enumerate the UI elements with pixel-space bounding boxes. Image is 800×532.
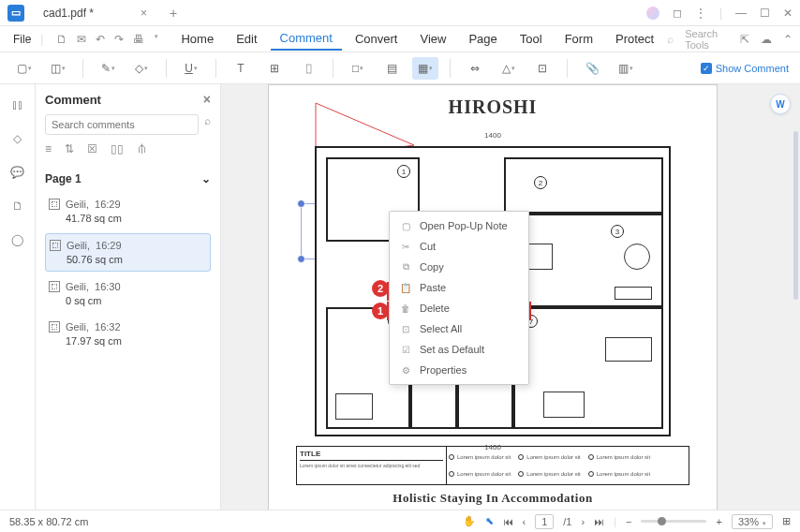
menu-protect[interactable]: Protect <box>606 28 663 50</box>
menu-form[interactable]: Form <box>556 28 602 50</box>
vertical-scrollbar[interactable] <box>793 131 798 300</box>
menu-convert[interactable]: Convert <box>346 28 407 50</box>
filter-icon[interactable]: ⫛ <box>137 142 148 155</box>
fit-page-icon[interactable]: ⊞ <box>782 515 791 527</box>
attachments-icon[interactable]: 🗋 <box>8 197 27 215</box>
window-controls: ◻ ⋮ | — ☐ ✕ <box>646 7 793 20</box>
search-panel-icon[interactable]: ◯ <box>8 230 27 249</box>
attach-tool[interactable]: 📎 <box>579 57 605 80</box>
ctx-cut[interactable]: ✂Cut <box>390 236 528 257</box>
rect-tool[interactable]: □▾ <box>345 57 371 80</box>
menu-view[interactable]: View <box>410 28 455 50</box>
ctx-open-popup[interactable]: ▢Open Pop-Up Note <box>390 215 528 236</box>
menu-file[interactable]: File <box>7 29 37 50</box>
list-icon[interactable]: ▯▯ <box>111 142 124 155</box>
save-icon[interactable]: 🗋 <box>56 33 67 46</box>
next-page-icon[interactable]: › <box>582 516 585 527</box>
panel-close-icon[interactable]: × <box>203 92 211 107</box>
cloud-icon[interactable]: ☁ <box>761 33 772 46</box>
panel-title: Comment <box>45 93 101 107</box>
close-window-icon[interactable]: ✕ <box>783 7 793 20</box>
ctx-select-all[interactable]: ⊡Select All <box>390 318 528 339</box>
ctx-set-default[interactable]: ☑Set as Default <box>390 339 528 360</box>
area-tool[interactable]: ▦▾ <box>412 57 438 80</box>
mail-icon[interactable]: ✉ <box>77 33 86 46</box>
comment-panel: Comment × ⌕ ≡ ⇅ ☒ ▯▯ ⫛ Page 1 ⌄ Geili,16… <box>36 84 221 510</box>
sort-icon[interactable]: ⇅ <box>65 142 74 155</box>
redo-icon[interactable]: ↷ <box>114 33 124 46</box>
ctx-properties[interactable]: ⚙Properties <box>390 360 528 380</box>
underline-tool[interactable]: U▾ <box>178 57 204 80</box>
zoom-in-icon[interactable]: + <box>716 516 721 527</box>
sidebar-rail: ⫿⫿ ◇ 💬 🗋 ◯ <box>0 84 36 510</box>
print-caret-icon[interactable]: ▾ <box>155 33 158 46</box>
callout-tool[interactable]: ⌷ <box>295 57 321 80</box>
more-tool[interactable]: ▥▾ <box>613 57 639 80</box>
pencil-tool[interactable]: ✎▾ <box>95 57 121 80</box>
comment-bubble-tool[interactable]: ▤ <box>378 57 405 80</box>
search-tools-placeholder[interactable]: Search Tools <box>685 28 729 51</box>
zoom-level[interactable]: 33% ▾ <box>732 514 773 529</box>
eraser-tool[interactable]: ◇▾ <box>128 57 155 80</box>
comments-icon[interactable]: 💬 <box>8 163 27 182</box>
text-tool[interactable]: T <box>228 57 254 80</box>
area-icon <box>49 281 60 292</box>
resize-handle[interactable] <box>297 200 305 208</box>
menu-tool[interactable]: Tool <box>511 28 552 50</box>
word-export-icon[interactable]: W <box>770 94 791 114</box>
scale-tool[interactable]: ⊡ <box>529 57 556 80</box>
perimeter-tool[interactable]: △▾ <box>496 57 522 80</box>
checklist-icon[interactable]: ☒ <box>87 142 97 155</box>
share-icon[interactable]: ⇱ <box>740 33 749 46</box>
document-tab[interactable]: cad1.pdf * × <box>34 7 156 20</box>
menu-page[interactable]: Page <box>459 28 506 50</box>
zoom-out-icon[interactable]: − <box>626 516 631 527</box>
ctx-copy[interactable]: ⧉Copy <box>390 257 528 277</box>
search-tools-icon[interactable]: ⌕ <box>667 33 674 46</box>
distance-tool[interactable]: ⇔ <box>462 57 488 80</box>
note-tool[interactable]: ▢▾ <box>11 57 37 80</box>
trash-icon: 🗑 <box>399 302 412 315</box>
comment-value: 41.78 sq cm <box>66 213 207 224</box>
page-number-input[interactable]: 1 <box>535 514 554 529</box>
stamp-tool[interactable]: ◫▾ <box>45 57 71 80</box>
select-tool-icon[interactable]: ⬉ <box>485 515 494 527</box>
statusbar: 58.35 x 80.72 cm ✋ ⬉ ⏮ ‹ 1 /1 › ⏭ | − + … <box>0 510 800 532</box>
prev-page-icon[interactable]: ‹ <box>523 516 526 527</box>
menu-comment[interactable]: Comment <box>271 27 342 51</box>
menu-home[interactable]: Home <box>171 28 223 50</box>
show-comment-toggle[interactable]: ✓ Show Comment <box>701 63 789 74</box>
comment-item[interactable]: Geili,16:29 41.78 sq cm <box>45 193 211 229</box>
expand-icon[interactable]: ≡ <box>45 142 52 155</box>
area-icon <box>49 199 60 210</box>
ctx-paste[interactable]: 📋Paste <box>390 277 528 298</box>
menu-edit[interactable]: Edit <box>227 28 266 50</box>
search-comments-input[interactable] <box>45 114 199 135</box>
bookmarks-icon[interactable]: ◇ <box>8 129 27 148</box>
maximize-icon[interactable]: ☐ <box>760 7 770 20</box>
profile-icon[interactable] <box>646 7 659 20</box>
notification-icon[interactable]: ◻ <box>673 7 682 20</box>
last-page-icon[interactable]: ⏭ <box>594 516 604 527</box>
add-tab-icon[interactable]: + <box>170 6 177 21</box>
textbox-tool[interactable]: ⊞ <box>261 57 288 80</box>
page-section-header[interactable]: Page 1 ⌄ <box>45 172 211 185</box>
hand-tool-icon[interactable]: ✋ <box>463 515 476 527</box>
resize-handle[interactable] <box>297 255 305 263</box>
ctx-delete[interactable]: 🗑Delete <box>390 298 528 318</box>
comment-item[interactable]: Geili,16:30 0 sq cm <box>45 275 211 312</box>
first-page-icon[interactable]: ⏮ <box>503 516 513 527</box>
undo-icon[interactable]: ↶ <box>96 33 105 46</box>
close-tab-icon[interactable]: × <box>141 7 147 20</box>
search-icon[interactable]: ⌕ <box>204 114 211 135</box>
print-icon[interactable]: 🖶 <box>133 33 144 46</box>
kebab-icon[interactable]: ⋮ <box>695 7 706 20</box>
area-icon <box>49 321 60 332</box>
thumbnails-icon[interactable]: ⫿⫿ <box>8 96 27 114</box>
comment-item-selected[interactable]: Geili,16:29 50.76 sq cm <box>45 233 211 272</box>
zoom-slider[interactable] <box>641 520 706 523</box>
comment-item[interactable]: Geili,16:32 17.97 sq cm <box>45 316 211 352</box>
minimize-icon[interactable]: — <box>735 7 747 20</box>
overflow-icon[interactable]: ⌃ <box>783 33 793 46</box>
document-canvas[interactable]: W HIROSHI 1400 1400 1 2 3 <box>221 84 800 510</box>
